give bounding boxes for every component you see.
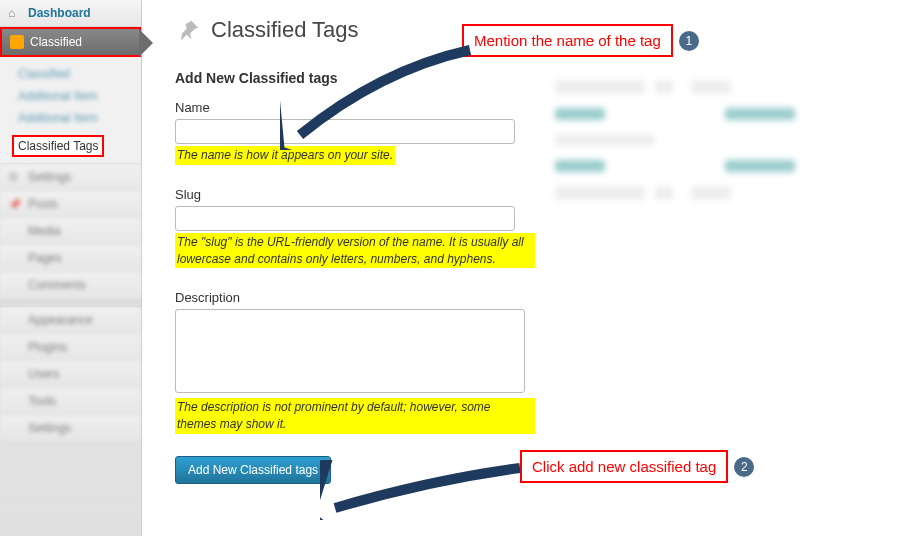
sidebar-label: Classified bbox=[30, 35, 82, 49]
callout-1-text: Mention the name of the tag bbox=[474, 32, 661, 49]
tools-icon bbox=[8, 394, 22, 408]
pushpin-icon bbox=[175, 16, 203, 44]
sidebar-item-tools[interactable]: Tools bbox=[0, 388, 141, 415]
sidebar-item-posts[interactable]: Posts bbox=[0, 191, 141, 218]
home-icon bbox=[8, 6, 22, 20]
sidebar-item-comments[interactable]: Comments bbox=[0, 272, 141, 299]
form-heading: Add New Classified tags bbox=[175, 70, 535, 86]
sidebar-item-settings[interactable]: Settings bbox=[0, 164, 141, 191]
description-textarea[interactable] bbox=[175, 309, 525, 393]
add-new-classified-tags-button[interactable]: Add New Classified tags bbox=[175, 456, 331, 484]
description-label: Description bbox=[175, 290, 535, 305]
sidebar-item-plugins[interactable]: Plugins bbox=[0, 334, 141, 361]
settings-icon bbox=[8, 421, 22, 435]
plugins-icon bbox=[8, 340, 22, 354]
slug-input[interactable] bbox=[175, 206, 515, 231]
sidebar-item-appearance[interactable]: Appearance bbox=[0, 307, 141, 334]
classified-icon bbox=[10, 35, 24, 49]
callout-1: Mention the name of the tag 1 bbox=[462, 24, 673, 57]
sidebar-subitem[interactable]: Additional Item bbox=[12, 85, 141, 107]
slug-field-block: Slug The "slug" is the URL-friendly vers… bbox=[175, 187, 535, 269]
name-label: Name bbox=[175, 100, 535, 115]
gear-icon bbox=[8, 170, 22, 184]
add-tag-form: Add New Classified tags Name The name is… bbox=[175, 70, 535, 484]
callout-2-text: Click add new classified tag bbox=[532, 458, 716, 475]
sidebar-subitem[interactable]: Classified bbox=[12, 63, 141, 85]
name-help-text: The name is how it appears on your site. bbox=[175, 146, 395, 165]
sidebar-subitem-classified-tags[interactable]: Classified Tags bbox=[12, 135, 104, 157]
sidebar-subitem[interactable]: Additional Item bbox=[12, 107, 141, 129]
appearance-icon bbox=[8, 313, 22, 327]
slug-help-text: The "slug" is the URL-friendly version o… bbox=[175, 233, 535, 269]
name-field-block: Name The name is how it appears on your … bbox=[175, 100, 535, 165]
tag-table-blurred bbox=[555, 80, 885, 214]
sidebar-item-classified[interactable]: Classified bbox=[0, 27, 141, 57]
slug-label: Slug bbox=[175, 187, 535, 202]
callout-1-badge: 1 bbox=[679, 31, 699, 51]
description-help-text: The description is not prominent by defa… bbox=[175, 398, 535, 434]
sidebar-submenu: Classified Additional Item Additional It… bbox=[0, 57, 141, 164]
name-input[interactable] bbox=[175, 119, 515, 144]
admin-sidebar: Dashboard Classified Classified Addition… bbox=[0, 0, 142, 536]
comments-icon bbox=[8, 278, 22, 292]
sidebar-label: Dashboard bbox=[28, 6, 91, 20]
users-icon bbox=[8, 367, 22, 381]
page-title-text: Classified Tags bbox=[211, 17, 359, 43]
sidebar-item-media[interactable]: Media bbox=[0, 218, 141, 245]
sidebar-item-settings2[interactable]: Settings bbox=[0, 415, 141, 442]
media-icon bbox=[8, 224, 22, 238]
sidebar-item-dashboard[interactable]: Dashboard bbox=[0, 0, 141, 27]
description-field-block: Description The description is not promi… bbox=[175, 290, 535, 434]
pages-icon bbox=[8, 251, 22, 265]
sidebar-item-users[interactable]: Users bbox=[0, 361, 141, 388]
pin-icon bbox=[8, 197, 22, 211]
callout-2: Click add new classified tag 2 bbox=[520, 450, 728, 483]
sidebar-item-pages[interactable]: Pages bbox=[0, 245, 141, 272]
callout-2-badge: 2 bbox=[734, 457, 754, 477]
